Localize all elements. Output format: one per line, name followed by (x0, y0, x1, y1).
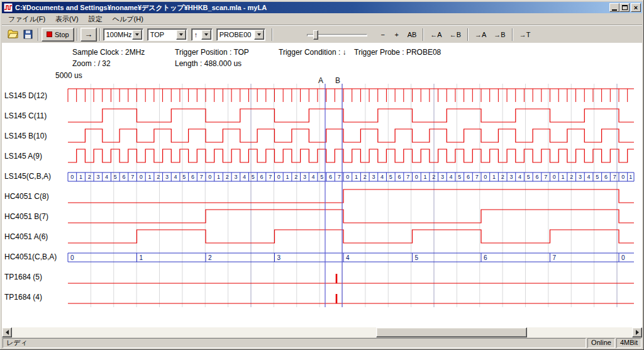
trigger-position-combo[interactable]: TOP (147, 28, 187, 41)
svg-text:6: 6 (484, 254, 487, 261)
svg-text:7: 7 (613, 174, 616, 180)
svg-text:3: 3 (234, 174, 237, 180)
waveform-ls145-c-11 (68, 109, 634, 122)
svg-text:3: 3 (509, 174, 513, 180)
toolbar-separator (512, 28, 513, 41)
goto-trigger-button[interactable]: →T (516, 28, 535, 42)
gridlines (91, 84, 617, 307)
menu-help[interactable]: ヘルプ(H) (108, 13, 148, 25)
waveform-hc4051-b-7 (68, 210, 634, 223)
svg-text:5: 5 (252, 174, 255, 180)
waveform-plot: 0123456701234567012345670123456701234567… (0, 43, 644, 327)
zoom-slider[interactable] (306, 28, 369, 42)
svg-text:7: 7 (544, 174, 547, 180)
svg-text:0: 0 (484, 174, 487, 180)
ab-cursor-button[interactable]: AB (404, 28, 421, 42)
svg-text:1: 1 (629, 174, 632, 180)
chevron-down-icon (135, 33, 139, 36)
zoom-slider-thumb[interactable] (313, 30, 318, 40)
svg-text:0: 0 (346, 174, 349, 180)
set-cursor-b-button[interactable]: →B (490, 28, 509, 42)
set-cursor-a-button[interactable]: →A (471, 28, 490, 42)
chevron-down-icon (204, 33, 208, 36)
app-window: C:¥Documents and Settings¥noname¥デスクトップ¥… (0, 0, 644, 350)
run-button[interactable]: → (80, 28, 97, 42)
waveform-ls145-c-b-a: 0123456701234567012345670123456701234567… (68, 172, 634, 181)
svg-text:2: 2 (294, 174, 297, 180)
arrow-right-icon (636, 330, 639, 335)
svg-text:7: 7 (553, 254, 557, 261)
svg-text:4: 4 (587, 174, 591, 180)
goto-cursor-b-button[interactable]: ←B (446, 28, 465, 42)
toolbar-separator (423, 28, 424, 41)
stop-icon (47, 31, 52, 37)
svg-text:1: 1 (492, 174, 496, 180)
sample-rate-combo-arrow[interactable] (132, 30, 142, 40)
waveform-ls145-d-12 (68, 89, 634, 102)
svg-text:1: 1 (562, 174, 565, 180)
menu-file[interactable]: ファイル(F) (3, 13, 50, 25)
svg-text:4: 4 (312, 174, 315, 180)
close-button[interactable]: × (631, 3, 641, 12)
scroll-right-button[interactable] (632, 327, 642, 337)
status-online: Online (587, 338, 615, 348)
probe-combo-arrow[interactable] (254, 30, 264, 40)
svg-text:3: 3 (96, 174, 99, 180)
maximize-icon (622, 5, 628, 10)
svg-text:5: 5 (320, 174, 323, 180)
svg-text:3: 3 (277, 254, 281, 261)
svg-text:7: 7 (131, 174, 134, 180)
floppy-disk-icon (23, 30, 33, 39)
app-icon (3, 3, 13, 13)
goto-cursor-a-button[interactable]: ←A (426, 28, 445, 42)
trigger-edge-combo[interactable]: ↑ (191, 28, 213, 41)
toolbar-separator (38, 28, 39, 41)
svg-text:4: 4 (450, 174, 453, 180)
stop-button[interactable]: Stop (42, 28, 74, 42)
svg-text:3: 3 (579, 174, 582, 180)
minimize-button[interactable] (609, 3, 619, 12)
svg-text:1: 1 (148, 174, 152, 180)
svg-text:0: 0 (140, 174, 143, 180)
trigger-position-combo-arrow[interactable] (176, 30, 186, 40)
menu-view[interactable]: 表示(V) (50, 13, 84, 25)
zoom-in-button[interactable]: + (390, 28, 404, 42)
scroll-left-button[interactable] (2, 327, 12, 337)
svg-text:6: 6 (191, 174, 194, 180)
zoom-out-button[interactable]: − (376, 28, 390, 42)
svg-text:4: 4 (346, 254, 350, 261)
cursor-b-line[interactable]: B (335, 76, 342, 307)
sample-rate-combo[interactable]: 100MHz (103, 28, 143, 41)
svg-text:4: 4 (380, 174, 384, 180)
svg-text:3: 3 (372, 174, 375, 180)
svg-text:6: 6 (535, 174, 538, 180)
svg-text:6: 6 (604, 174, 608, 180)
save-file-button[interactable] (20, 28, 35, 42)
probe-combo[interactable]: PROBE00 (216, 28, 265, 41)
svg-text:7: 7 (475, 174, 479, 180)
svg-text:0: 0 (277, 174, 280, 180)
svg-text:5: 5 (527, 174, 530, 180)
window-controls: × (609, 3, 641, 12)
svg-text:2: 2 (226, 174, 229, 180)
svg-text:3: 3 (165, 174, 169, 180)
svg-text:0: 0 (208, 174, 211, 180)
svg-text:2: 2 (88, 174, 91, 180)
svg-text:4: 4 (105, 174, 108, 180)
open-folder-icon (8, 30, 18, 39)
open-file-button[interactable] (5, 28, 20, 42)
maximize-button[interactable] (619, 3, 630, 12)
svg-text:4: 4 (243, 174, 246, 180)
menu-settings[interactable]: 設定 (84, 13, 108, 25)
horizontal-scrollbar[interactable] (2, 327, 642, 337)
svg-text:5: 5 (415, 254, 419, 261)
waveform-hc4051-c-b-a: 012345670 (68, 253, 634, 262)
svg-text:4: 4 (174, 174, 177, 180)
sample-rate-value: 100MHz (104, 31, 132, 38)
scrollbar-thumb[interactable] (376, 327, 527, 337)
svg-text:B: B (335, 76, 340, 85)
svg-text:3: 3 (303, 174, 306, 180)
trigger-edge-combo-arrow[interactable] (201, 30, 211, 40)
toolbar-separator (467, 28, 469, 41)
svg-text:7: 7 (338, 174, 341, 180)
